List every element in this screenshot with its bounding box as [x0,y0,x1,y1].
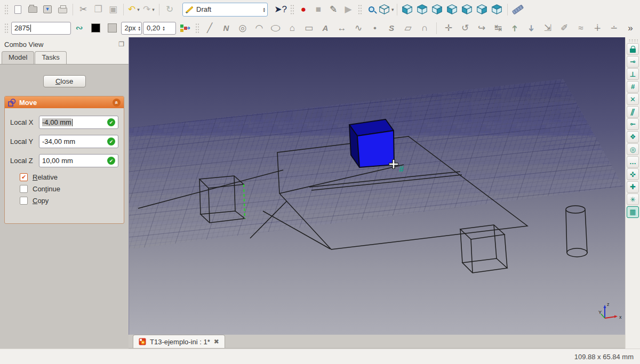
undo-dropdown-icon[interactable]: ▾ [137,7,140,12]
local-z-input[interactable]: 10,00 mm✔ [39,154,118,167]
construction-mode-button[interactable]: ∾ [72,21,87,36]
local-y-input[interactable]: -34,00 mm✔ [39,135,118,148]
redo-button[interactable]: ↷▾ [141,2,156,17]
draft-wire-tool[interactable]: N [219,21,234,36]
line-width-spinner[interactable]: 2px ▴▾ [121,22,142,35]
draft-scale-tool[interactable]: ⇲ [540,21,555,36]
redo-dropdown-icon[interactable]: ▾ [152,7,155,12]
draft-arc-tool[interactable]: ◠ [252,21,267,36]
draft-trimex-tool[interactable]: ↹ [491,21,506,36]
new-document-button[interactable] [10,2,25,17]
view-fit-all-button[interactable] [364,2,379,17]
draft-facebinder-tool[interactable]: ▱ [401,21,415,36]
tab-tasks[interactable]: Tasks [35,51,66,64]
draft-ellipse-tool[interactable]: ◯ [268,21,283,36]
local-x-input[interactable]: -4,00 mm✔ [39,116,118,129]
save-document-button[interactable] [40,2,55,17]
view-bottom-button[interactable] [460,2,475,17]
snap-extension-button[interactable]: … [627,156,639,168]
draft-rectangle-tool[interactable]: ▭ [301,21,316,36]
macro-play-button[interactable]: ▶ [341,2,356,17]
draft-line-tool[interactable]: ╱ [202,21,217,36]
workbench-selector[interactable]: Draft ▴▾ [182,3,268,17]
tab-close-icon[interactable]: ✖ [214,338,219,345]
copy-button[interactable]: ❐ [91,2,106,17]
draft-bezier-tool[interactable]: ∩ [417,21,432,36]
close-task-button[interactable]: Close [43,75,86,87]
draft-offset-tool[interactable]: ↪ [474,21,489,36]
move-task-header[interactable]: Move « [5,96,124,108]
snap-parallel-button[interactable]: ∥ [627,106,639,118]
macro-stop-button[interactable]: ■ [311,2,326,17]
draft-dimension-tool[interactable]: ↔ [334,21,349,36]
draft-rotate-tool[interactable]: ↺ [458,21,473,36]
toolbar-handle[interactable] [358,4,362,15]
cut-button[interactable]: ✂ [76,2,91,17]
draft-bspline-tool[interactable]: ∿ [351,21,366,36]
tab-model[interactable]: Model [2,51,34,64]
viewport-3d[interactable]: # z x Y [129,37,625,335]
toolbar-handle[interactable] [628,39,638,42]
toolbar-handle[interactable] [290,4,294,15]
view-top-button[interactable] [415,2,430,17]
view-right-button[interactable] [430,2,445,17]
draft-polygon-tool[interactable]: ⌂ [285,21,300,36]
snap-ortho-button[interactable]: ✚ [627,181,639,193]
draft-shapestring-tool[interactable]: S [384,21,399,36]
undo-button[interactable]: ↶▾ [126,2,141,17]
text-scale-spinner[interactable]: 0,20 ▴▾ [143,22,176,35]
relative-checkbox[interactable]: ✔ [20,173,28,181]
apply-style-button[interactable] [177,21,192,36]
view-left-button[interactable] [475,2,490,17]
draft-text-tool[interactable]: A [318,21,333,36]
paste-button[interactable]: ▣ [106,2,121,17]
draft-circle-tool[interactable]: ◎ [235,21,250,36]
measure-distance-button[interactable] [510,2,525,17]
spinner-arrows-icon[interactable]: ▴▾ [139,26,141,31]
float-panel-icon[interactable]: ❐ [118,41,124,48]
view-rear-button[interactable] [445,2,460,17]
open-document-button[interactable] [25,2,40,17]
blue-cube[interactable] [349,119,394,167]
draft-remove-point-tool[interactable]: ∸ [606,21,621,36]
snap-angle-button[interactable]: ❖ [627,131,639,143]
toolbar-overflow-button[interactable]: » [623,21,638,36]
draft-wire-to-bspline-tool[interactable]: ≈ [573,21,588,36]
copy-checkbox[interactable]: ✔ [20,197,28,205]
draft-point-tool[interactable]: • [367,21,382,36]
whats-this-button[interactable]: ➤? [273,2,288,17]
draft-edit-tool[interactable]: ✐ [557,21,572,36]
snap-endpoint-button[interactable]: ⊸ [627,118,639,130]
draft-upgrade-tool[interactable]: ➔ [507,21,522,36]
view-front-button[interactable] [400,2,415,17]
snap-perpendicular-button[interactable]: ⊥ [627,68,639,80]
snap-lock-button[interactable] [627,43,639,55]
toolbar-handle[interactable] [4,23,8,34]
draft-downgrade-tool[interactable]: ➔ [524,21,539,36]
refresh-button[interactable]: ↻ [162,2,177,17]
collapse-section-icon[interactable]: « [113,99,121,107]
snap-grid-button[interactable]: # [627,81,639,93]
draft-move-tool[interactable]: ✛ [441,21,456,36]
draft-command-input[interactable]: 2875 [11,22,71,35]
spinner-arrows-icon[interactable]: ▴▾ [163,26,165,31]
toolbar-handle[interactable] [195,23,199,34]
draft-add-point-tool[interactable]: ∔ [590,21,605,36]
macro-record-button[interactable]: ● [296,2,311,17]
snap-midpoint-button[interactable]: ⊸ [627,56,639,68]
snap-intersection-button[interactable]: ✕ [627,93,639,105]
print-document-button[interactable] [55,2,70,17]
continue-checkbox[interactable]: ✔ [20,185,28,193]
face-color-swatch[interactable] [105,21,120,36]
toolbar-handle[interactable] [4,4,8,15]
view-axonometric-dropdown-icon[interactable]: ▾ [391,7,394,12]
snap-special-button[interactable]: ✳ [627,193,639,205]
line-color-swatch[interactable] [89,21,103,36]
toggle-grid-button[interactable]: ▦ [627,206,639,218]
document-tab[interactable]: T13-ejemplo-ini : 1* ✖ [133,335,225,348]
macro-edit-button[interactable]: ✎ [326,2,341,17]
snap-center-button[interactable]: ◎ [627,143,639,155]
snap-near-button[interactable]: ✜ [627,168,639,180]
view-axonometric-button[interactable]: ▾ [379,2,394,17]
view-isometric-button[interactable] [490,2,505,17]
